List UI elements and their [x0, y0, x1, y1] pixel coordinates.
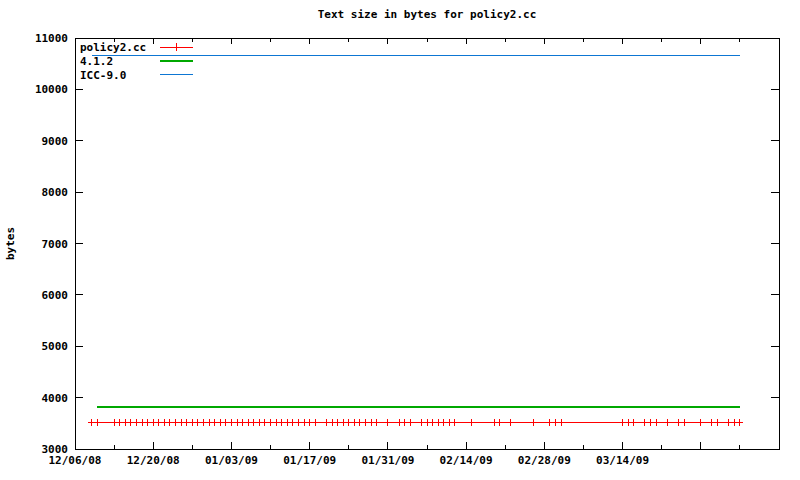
plot-border — [75, 38, 779, 449]
x-tick-label: 12/06/08 — [49, 454, 102, 467]
x-tick-label: 02/14/09 — [440, 454, 493, 467]
y-tick-label: 4000 — [42, 392, 69, 405]
y-tick-label: 6000 — [42, 289, 69, 302]
chart-title: Text size in bytes for policy2.cc — [318, 8, 537, 21]
y-tick-label: 5000 — [42, 340, 69, 353]
legend-label: 4.1.2 — [80, 55, 113, 68]
x-tick-label: 03/14/09 — [596, 454, 649, 467]
plot-area: Text size in bytes for policy2.ccbytes30… — [0, 0, 800, 480]
y-tick-label: 9000 — [42, 135, 69, 148]
x-tick-label: 12/20/08 — [127, 454, 180, 467]
x-tick-label: 01/17/09 — [283, 454, 336, 467]
legend-label: ICC-9.0 — [80, 69, 126, 82]
x-tick-label: 01/31/09 — [361, 454, 414, 467]
y-axis-label: bytes — [4, 227, 17, 260]
y-tick-label: 7000 — [42, 238, 69, 251]
y-tick-label: 8000 — [42, 186, 69, 199]
x-tick-label: 02/28/09 — [518, 454, 571, 467]
legend-label: policy2.cc — [80, 41, 146, 54]
y-tick-label: 10000 — [35, 83, 68, 96]
y-tick-label: 11000 — [35, 32, 68, 45]
legend-sample-marker — [173, 43, 181, 51]
chart-container: Text size in bytes for policy2.ccbytes30… — [0, 0, 800, 480]
x-tick-label: 01/03/09 — [205, 454, 258, 467]
